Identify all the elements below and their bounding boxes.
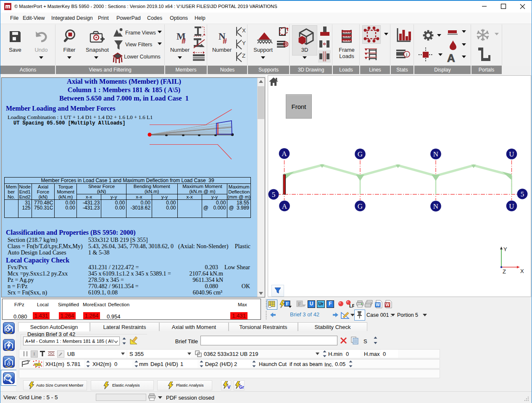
svg-text:δ: δ (7, 360, 11, 367)
svg-text:W: W (385, 302, 390, 307)
svg-text:N: N (433, 202, 438, 210)
svg-text:X: X (242, 27, 246, 34)
svg-text:N: N (433, 150, 438, 158)
svg-text:G: G (358, 150, 363, 158)
svg-text:5: 5 (521, 190, 524, 198)
svg-text:LF: LF (349, 303, 354, 308)
svg-text:V: V (227, 384, 231, 390)
svg-text:F: F (286, 301, 289, 307)
svg-text:5: 5 (272, 191, 276, 199)
svg-text:Y: Y (242, 40, 246, 46)
svg-text:Z: Z (503, 268, 506, 275)
svg-text:A: A (282, 202, 287, 210)
svg-text:W: W (376, 302, 380, 307)
svg-text:Gr: Gr (239, 385, 244, 390)
svg-text:Y: Y (503, 246, 507, 252)
svg-text:Z: Z (242, 53, 245, 59)
svg-text:X: X (520, 268, 524, 274)
svg-text:U: U (509, 202, 514, 210)
svg-text:U: U (509, 150, 514, 158)
svg-text:G: G (358, 202, 363, 210)
svg-text:F: F (298, 301, 301, 307)
svg-text:A: A (282, 150, 287, 158)
